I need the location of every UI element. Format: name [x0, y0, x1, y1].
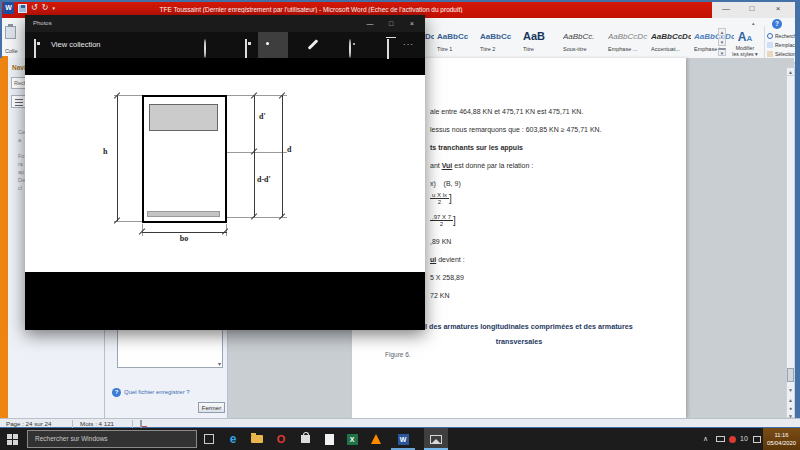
enhance-button-selected[interactable] — [258, 32, 288, 58]
slideshow-icon[interactable] — [245, 39, 247, 58]
nav-snippet: a — [18, 136, 21, 144]
redo-icon[interactable]: ↻ — [42, 3, 49, 13]
status-divider — [132, 420, 133, 428]
word-app-icon[interactable]: W — [3, 2, 14, 14]
notification-icon[interactable] — [753, 436, 761, 443]
photos-maximize-button[interactable]: □ — [381, 15, 401, 32]
rotate-icon[interactable] — [349, 39, 351, 58]
task-view-icon — [204, 434, 214, 444]
undo-icon[interactable]: ↺ — [31, 3, 38, 13]
taskbar-word[interactable]: W — [391, 428, 415, 450]
diagram-extension-line — [114, 95, 142, 96]
browse-previous-icon[interactable]: ▲ — [787, 396, 794, 404]
doc-heading-line2: transversales — [352, 337, 686, 346]
photos-close-button[interactable]: × — [402, 15, 422, 32]
network-icon[interactable] — [716, 436, 725, 442]
replace-icon — [767, 42, 773, 48]
style-gallery-down-icon[interactable]: ▼ — [718, 38, 726, 46]
doc-text-line: ui devient : — [430, 256, 465, 263]
taskbar-search-input[interactable]: Rechercher sur Windows — [27, 430, 197, 448]
photos-minimize-button[interactable]: — — [360, 15, 380, 32]
help-icon[interactable]: ? — [772, 19, 782, 29]
tray-alert-icon[interactable] — [729, 436, 736, 443]
recovery-help-icon: ? — [112, 388, 121, 397]
dim-label-dprime: d' — [259, 112, 266, 121]
nav-snippet: cl — [18, 184, 22, 192]
taskbar-edge[interactable]: e — [221, 428, 245, 450]
see-more-icon[interactable]: ··· — [403, 40, 414, 49]
taskbar-opera[interactable]: O — [269, 428, 293, 450]
recovery-help-link[interactable]: Quel fichier enregistrer ? — [124, 389, 190, 395]
start-button[interactable] — [0, 428, 24, 450]
style-label: Sous-titre — [563, 46, 605, 52]
vlc-cone-icon — [371, 434, 381, 444]
clock-date: 05/04/2020 — [763, 439, 800, 447]
diagram-bottom-rebar — [147, 211, 220, 217]
style-label: Titre 1 — [437, 46, 477, 52]
style-preview: AaBbCc. — [563, 27, 605, 46]
dim-label-bo: bo — [172, 234, 196, 243]
listbox-scroll-down-icon[interactable]: ▾ — [218, 360, 221, 367]
navigation-headings-tab[interactable] — [11, 95, 26, 108]
window-right-border — [795, 0, 800, 428]
taskbar-vlc[interactable] — [364, 428, 388, 450]
word-close-button[interactable]: × — [768, 3, 788, 15]
style-preview: AaBbCcDc — [651, 27, 691, 46]
edit-pencil-icon[interactable] — [308, 39, 319, 50]
share-icon[interactable] — [204, 39, 206, 58]
word-minimize-button[interactable]: — — [716, 3, 736, 15]
photos-titlebar[interactable]: Photos — □ × — [25, 15, 425, 32]
tray-chevron-icon[interactable]: ∧ — [703, 435, 708, 443]
diagram-compression-block — [149, 104, 218, 131]
paste-button[interactable]: Colle — [5, 26, 18, 57]
style-label: Titre — [523, 46, 560, 52]
taskbar-document-app[interactable] — [317, 428, 341, 450]
save-icon[interactable] — [18, 4, 27, 13]
select-browse-object-icon[interactable]: ● — [787, 404, 794, 412]
dim-line-d-minus-dprime — [254, 152, 255, 217]
nav-snippet: ra — [18, 160, 23, 168]
style-gallery-up-icon[interactable]: ▲ — [718, 28, 726, 36]
taskbar: Rechercher sur Windows e O X W ∧ 10 11:1… — [0, 428, 800, 450]
taskbar-file-explorer[interactable] — [245, 428, 269, 450]
taskbar-store[interactable] — [293, 428, 317, 450]
tray-text[interactable]: 10 — [740, 435, 748, 442]
qat-dropdown-icon[interactable]: ▾ — [52, 5, 55, 11]
recovery-close-button[interactable]: Fermer — [198, 402, 225, 413]
doc-formula: u X lx2] — [430, 189, 452, 207]
word-window-title: TFE Toussaint (Dernier enregistrement pa… — [0, 6, 622, 13]
scrollbar-thumb[interactable] — [787, 368, 794, 382]
dim-line-bo — [142, 232, 227, 233]
edge-icon: e — [230, 432, 237, 446]
word-restore-button[interactable]: □ — [742, 3, 762, 15]
recovery-accent-strip — [0, 56, 8, 418]
taskbar-excel[interactable]: X — [340, 428, 364, 450]
store-bag-icon — [301, 435, 310, 443]
document-icon — [325, 434, 334, 445]
style-preview: AaBbCc — [480, 27, 520, 46]
style-gallery-more-icon[interactable]: ▼ — [718, 48, 726, 56]
doc-text-line: ale entre 464,88 KN et 475,71 KN est 475… — [430, 108, 583, 115]
modify-styles-icon-small: A — [746, 34, 752, 43]
doc-text-line: ant Vui est donné par la relation : — [430, 162, 533, 169]
taskbar-photos-active[interactable] — [424, 428, 448, 450]
dim-line-d — [282, 96, 283, 217]
style-preview: AaB — [523, 27, 560, 46]
search-icon — [767, 33, 773, 39]
doc-text-line: 5 X 258,89 — [430, 274, 464, 281]
paste-label: Colle — [5, 48, 18, 54]
collapse-ribbon-icon[interactable]: ▴ — [752, 20, 755, 26]
view-collection-label: View collection — [51, 40, 100, 49]
status-word-count[interactable]: Mots : 4 121 — [80, 420, 114, 427]
delete-trash-icon[interactable] — [387, 39, 389, 59]
word-scrollbar[interactable]: ▲ ▼ ▲ ● ▼ — [786, 67, 795, 418]
figure-caption: Figure 6. — [385, 351, 411, 358]
scrollbar-down-icon[interactable]: ▼ — [787, 386, 794, 394]
doc-text-line: ,89 KN — [430, 238, 451, 245]
photos-window-title: Photos — [33, 20, 52, 26]
taskbar-clock[interactable]: 11:16 05/04/2020 — [763, 428, 800, 450]
screen: TFE Toussaint (Dernier enregistrement pa… — [0, 0, 800, 450]
scrollbar-up-icon[interactable]: ▲ — [787, 68, 794, 76]
task-view-button[interactable] — [197, 428, 221, 450]
status-page-count[interactable]: Page : 24 sur 24 — [6, 420, 51, 427]
